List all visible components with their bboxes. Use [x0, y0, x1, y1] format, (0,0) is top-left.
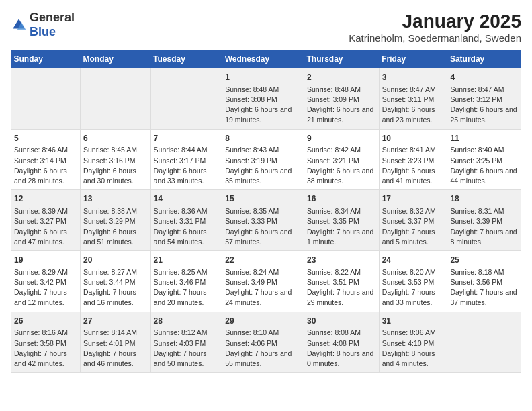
cell-info: Sunrise: 8:43 AM Sunset: 3:19 PM Dayligh…: [225, 145, 301, 186]
day-number: 5: [14, 133, 77, 144]
cell-info: Sunrise: 8:10 AM Sunset: 4:06 PM Dayligh…: [225, 328, 301, 369]
day-number: 30: [307, 316, 376, 327]
day-number: 20: [83, 255, 148, 266]
calendar-cell: 29Sunrise: 8:10 AM Sunset: 4:06 PM Dayli…: [222, 312, 304, 373]
calendar-cell: [447, 312, 521, 373]
logo-general: General: [30, 11, 75, 24]
calendar-cell: 3Sunrise: 8:47 AM Sunset: 3:11 PM Daylig…: [379, 68, 447, 130]
day-number: 31: [382, 316, 445, 327]
day-number: 1: [225, 72, 301, 83]
cell-info: Sunrise: 8:36 AM Sunset: 3:31 PM Dayligh…: [154, 206, 220, 247]
calendar-cell: 7Sunrise: 8:44 AM Sunset: 3:17 PM Daylig…: [150, 129, 222, 190]
day-number: 13: [83, 193, 148, 205]
day-number: 4: [450, 72, 518, 83]
day-number: 19: [14, 255, 77, 266]
day-number: 10: [382, 133, 445, 144]
cell-info: Sunrise: 8:18 AM Sunset: 3:56 PM Dayligh…: [450, 267, 518, 308]
calendar-cell: 26Sunrise: 8:16 AM Sunset: 3:58 PM Dayli…: [11, 312, 81, 373]
cell-info: Sunrise: 8:20 AM Sunset: 3:53 PM Dayligh…: [382, 267, 445, 308]
cell-info: Sunrise: 8:32 AM Sunset: 3:37 PM Dayligh…: [382, 206, 445, 247]
day-number: 8: [225, 133, 301, 144]
calendar-week-row: 26Sunrise: 8:16 AM Sunset: 3:58 PM Dayli…: [11, 312, 521, 373]
day-number: 27: [83, 316, 148, 327]
cell-info: Sunrise: 8:47 AM Sunset: 3:11 PM Dayligh…: [382, 85, 445, 126]
cell-info: Sunrise: 8:41 AM Sunset: 3:23 PM Dayligh…: [382, 145, 445, 186]
calendar-cell: 8Sunrise: 8:43 AM Sunset: 3:19 PM Daylig…: [222, 129, 304, 190]
calendar-week-row: 19Sunrise: 8:29 AM Sunset: 3:42 PM Dayli…: [11, 251, 521, 312]
cell-info: Sunrise: 8:46 AM Sunset: 3:14 PM Dayligh…: [14, 145, 77, 186]
day-number: 24: [382, 255, 445, 266]
calendar-cell: 23Sunrise: 8:22 AM Sunset: 3:51 PM Dayli…: [304, 251, 380, 312]
day-number: 29: [225, 316, 301, 327]
page-header: General Blue January 2025 Katrineholm, S…: [11, 11, 521, 44]
calendar-cell: 9Sunrise: 8:42 AM Sunset: 3:21 PM Daylig…: [304, 129, 380, 190]
calendar-cell: 31Sunrise: 8:06 AM Sunset: 4:10 PM Dayli…: [379, 312, 447, 373]
cell-info: Sunrise: 8:34 AM Sunset: 3:35 PM Dayligh…: [307, 206, 376, 247]
day-number: 26: [14, 316, 77, 327]
weekday-header: Monday: [80, 50, 150, 68]
day-number: 28: [154, 316, 220, 327]
cell-info: Sunrise: 8:25 AM Sunset: 3:46 PM Dayligh…: [154, 267, 220, 308]
calendar-cell: 13Sunrise: 8:38 AM Sunset: 3:29 PM Dayli…: [80, 190, 150, 251]
cell-info: Sunrise: 8:45 AM Sunset: 3:16 PM Dayligh…: [83, 145, 148, 186]
title-block: January 2025 Katrineholm, Soedermanland,…: [349, 11, 521, 44]
calendar-cell: 15Sunrise: 8:35 AM Sunset: 3:33 PM Dayli…: [222, 190, 304, 251]
weekday-header: Thursday: [304, 50, 380, 68]
calendar-cell: [80, 68, 150, 130]
day-number: 25: [450, 255, 518, 266]
day-number: 2: [307, 72, 376, 83]
logo: General Blue: [11, 11, 75, 39]
weekday-header: Friday: [379, 50, 447, 68]
cell-info: Sunrise: 8:12 AM Sunset: 4:03 PM Dayligh…: [154, 328, 220, 369]
day-number: 15: [225, 193, 301, 205]
day-number: 14: [154, 193, 220, 205]
calendar-cell: 22Sunrise: 8:24 AM Sunset: 3:49 PM Dayli…: [222, 251, 304, 312]
weekday-header: Sunday: [11, 50, 81, 68]
day-number: 22: [225, 255, 301, 266]
day-number: 3: [382, 72, 445, 83]
cell-info: Sunrise: 8:35 AM Sunset: 3:33 PM Dayligh…: [225, 206, 301, 247]
cell-info: Sunrise: 8:22 AM Sunset: 3:51 PM Dayligh…: [307, 267, 376, 308]
cell-info: Sunrise: 8:38 AM Sunset: 3:29 PM Dayligh…: [83, 206, 148, 247]
calendar-cell: 12Sunrise: 8:39 AM Sunset: 3:27 PM Dayli…: [11, 190, 81, 251]
calendar-week-row: 5Sunrise: 8:46 AM Sunset: 3:14 PM Daylig…: [11, 129, 521, 190]
cell-info: Sunrise: 8:39 AM Sunset: 3:27 PM Dayligh…: [14, 206, 77, 247]
cell-info: Sunrise: 8:27 AM Sunset: 3:44 PM Dayligh…: [83, 267, 148, 308]
calendar-cell: 4Sunrise: 8:47 AM Sunset: 3:12 PM Daylig…: [447, 68, 521, 130]
calendar-cell: 14Sunrise: 8:36 AM Sunset: 3:31 PM Dayli…: [150, 190, 222, 251]
weekday-header-row: SundayMondayTuesdayWednesdayThursdayFrid…: [11, 50, 521, 68]
day-number: 12: [14, 193, 77, 205]
cell-info: Sunrise: 8:24 AM Sunset: 3:49 PM Dayligh…: [225, 267, 301, 308]
calendar-cell: 11Sunrise: 8:40 AM Sunset: 3:25 PM Dayli…: [447, 129, 521, 190]
cell-info: Sunrise: 8:48 AM Sunset: 3:08 PM Dayligh…: [225, 85, 301, 126]
cell-info: Sunrise: 8:16 AM Sunset: 3:58 PM Dayligh…: [14, 328, 77, 369]
cell-info: Sunrise: 8:31 AM Sunset: 3:39 PM Dayligh…: [450, 206, 518, 247]
calendar-table: SundayMondayTuesdayWednesdayThursdayFrid…: [11, 50, 521, 373]
day-number: 11: [450, 133, 518, 144]
day-number: 7: [154, 133, 220, 144]
logo-icon: [11, 17, 27, 33]
calendar-cell: [11, 68, 81, 130]
calendar-cell: 28Sunrise: 8:12 AM Sunset: 4:03 PM Dayli…: [150, 312, 222, 373]
day-number: 18: [450, 193, 518, 205]
day-number: 9: [307, 133, 376, 144]
cell-info: Sunrise: 8:42 AM Sunset: 3:21 PM Dayligh…: [307, 145, 376, 186]
day-number: 21: [154, 255, 220, 266]
day-number: 16: [307, 193, 376, 205]
month-title: January 2025: [349, 11, 521, 32]
logo-blue: Blue: [30, 25, 56, 38]
weekday-header: Wednesday: [222, 50, 304, 68]
calendar-cell: [150, 68, 222, 130]
day-number: 23: [307, 255, 376, 266]
calendar-cell: 18Sunrise: 8:31 AM Sunset: 3:39 PM Dayli…: [447, 190, 521, 251]
cell-info: Sunrise: 8:08 AM Sunset: 4:08 PM Dayligh…: [307, 328, 376, 369]
calendar-cell: 10Sunrise: 8:41 AM Sunset: 3:23 PM Dayli…: [379, 129, 447, 190]
cell-info: Sunrise: 8:06 AM Sunset: 4:10 PM Dayligh…: [382, 328, 445, 369]
location-title: Katrineholm, Soedermanland, Sweden: [349, 32, 521, 44]
cell-info: Sunrise: 8:44 AM Sunset: 3:17 PM Dayligh…: [154, 145, 220, 186]
calendar-cell: 20Sunrise: 8:27 AM Sunset: 3:44 PM Dayli…: [80, 251, 150, 312]
calendar-cell: 17Sunrise: 8:32 AM Sunset: 3:37 PM Dayli…: [379, 190, 447, 251]
calendar-cell: 5Sunrise: 8:46 AM Sunset: 3:14 PM Daylig…: [11, 129, 81, 190]
calendar-cell: 24Sunrise: 8:20 AM Sunset: 3:53 PM Dayli…: [379, 251, 447, 312]
calendar-cell: 25Sunrise: 8:18 AM Sunset: 3:56 PM Dayli…: [447, 251, 521, 312]
